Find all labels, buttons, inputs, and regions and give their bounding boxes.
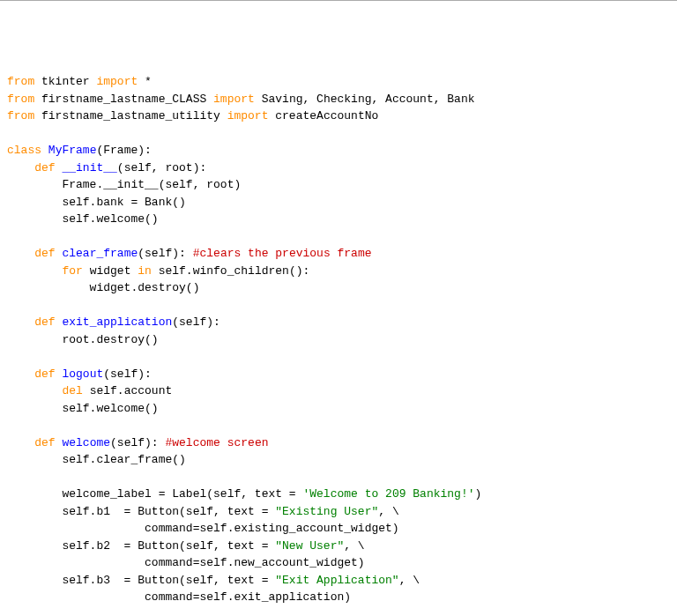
blank-line bbox=[7, 125, 670, 143]
function-name: logout bbox=[62, 367, 103, 381]
keyword-for: for bbox=[62, 264, 82, 278]
function-name: exit_application bbox=[62, 315, 172, 329]
code-line: def exit_application(self): bbox=[7, 314, 670, 331]
keyword-import: import bbox=[96, 75, 138, 88]
import-target: * bbox=[138, 75, 152, 88]
module-name: tkinter bbox=[34, 75, 96, 88]
keyword-del: del bbox=[62, 384, 82, 397]
keyword-def: def bbox=[34, 315, 55, 329]
blank-line bbox=[7, 469, 670, 486]
comment: #welcome screen bbox=[165, 436, 268, 449]
code-line: self.b3 = Button(self, text = "Exit Appl… bbox=[7, 572, 670, 590]
keyword-import: import bbox=[213, 93, 255, 106]
code-line: from firstname_lastname_utility import c… bbox=[7, 108, 670, 125]
keyword-def: def bbox=[34, 161, 55, 174]
code-line: command=self.new_account_widget) bbox=[7, 554, 670, 572]
code-line: from tkinter import * bbox=[7, 73, 670, 91]
blank-line bbox=[7, 297, 670, 315]
code-line: self.welcome() bbox=[7, 400, 670, 418]
keyword-class: class bbox=[7, 144, 41, 157]
module-name: firstname_lastname_utility bbox=[34, 109, 227, 122]
code-line: def welcome(self): #welcome screen bbox=[7, 434, 670, 452]
keyword-import: import bbox=[227, 109, 269, 122]
class-name: MyFrame bbox=[48, 144, 97, 157]
code-line: root.destroy() bbox=[7, 331, 670, 349]
code-line: self.bank = Bank() bbox=[7, 194, 670, 212]
code-block: from tkinter import *from firstname_last… bbox=[7, 73, 670, 616]
code-line: def clear_frame(self): #clears the previ… bbox=[7, 245, 670, 263]
import-target: createAccountNo bbox=[268, 109, 378, 122]
code-line: widget.destroy() bbox=[7, 279, 670, 297]
code-line: def __init__(self, root): bbox=[7, 160, 670, 177]
code-line: welcome_label = Label(self, text = 'Welc… bbox=[7, 486, 670, 503]
blank-line bbox=[7, 417, 670, 434]
keyword-def: def bbox=[34, 247, 55, 260]
string-literal: "New User" bbox=[275, 539, 344, 553]
code-line: from firstname_lastname_CLASS import Sav… bbox=[7, 91, 670, 108]
code-line: del self.account bbox=[7, 382, 670, 400]
blank-line bbox=[7, 348, 670, 366]
blank-line bbox=[7, 228, 670, 246]
keyword-def: def bbox=[34, 367, 55, 381]
code-line: class MyFrame(Frame): bbox=[7, 142, 670, 160]
code-line: self.welcome() bbox=[7, 211, 670, 228]
keyword-from: from bbox=[7, 109, 34, 122]
blank-line bbox=[7, 606, 670, 617]
keyword-def: def bbox=[34, 436, 55, 449]
import-target: Saving, Checking, Account, Bank bbox=[255, 93, 475, 106]
keyword-in: in bbox=[138, 264, 152, 278]
code-line: command=self.existing_account_widget) bbox=[7, 520, 670, 538]
code-line: def logout(self): bbox=[7, 366, 670, 383]
function-name: welcome bbox=[62, 436, 110, 449]
string-literal: "Existing User" bbox=[275, 505, 378, 518]
module-name: firstname_lastname_CLASS bbox=[34, 93, 213, 106]
code-line: self.b2 = Button(self, text = "New User"… bbox=[7, 538, 670, 555]
function-name: __init__ bbox=[62, 161, 116, 174]
comment: #clears the previous frame bbox=[193, 247, 372, 260]
code-line: for widget in self.winfo_children(): bbox=[7, 263, 670, 280]
code-line: self.clear_frame() bbox=[7, 451, 670, 469]
code-line: Frame.__init__(self, root) bbox=[7, 176, 670, 194]
string-literal: "Exit Application" bbox=[275, 574, 398, 587]
keyword-from: from bbox=[7, 75, 34, 88]
string-literal: 'Welcome to 209 Banking!' bbox=[302, 487, 474, 501]
code-line: command=self.exit_application) bbox=[7, 589, 670, 606]
code-line: self.b1 = Button(self, text = "Existing … bbox=[7, 503, 670, 521]
function-name: clear_frame bbox=[62, 247, 138, 260]
keyword-from: from bbox=[7, 93, 34, 106]
